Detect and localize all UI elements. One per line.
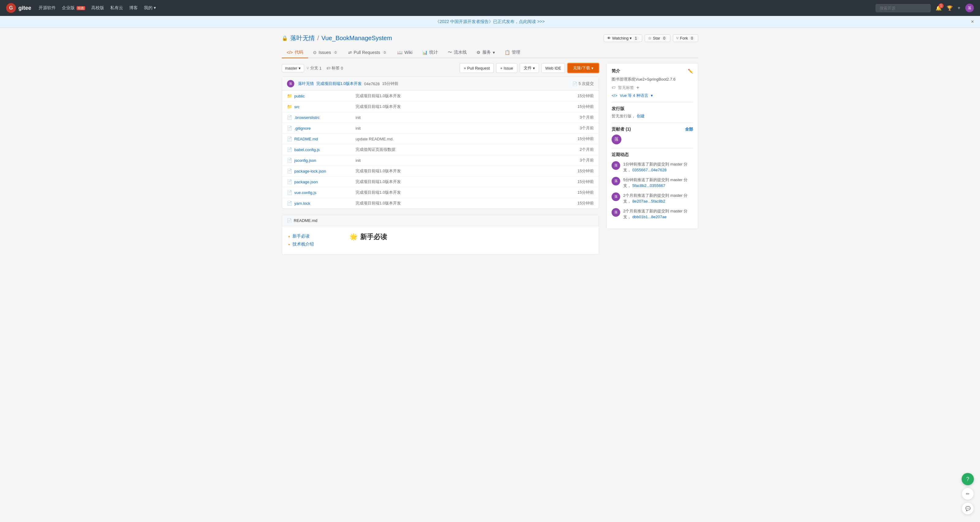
file-time: 15分钟前 [563,179,594,185]
add-tag-button[interactable]: + [636,85,639,90]
repo-owner[interactable]: 落叶无情 [290,34,315,42]
tab-pipeline[interactable]: 〜 流水线 [443,47,472,58]
file-commit-msg: 完成项目前端1.0版本开发 [356,168,563,174]
branch-count-info: ⑂ 分支 1 [307,65,321,71]
file-name[interactable]: public [294,94,356,98]
table-row: 📁 src 完成项目前端1.0版本开发 15分钟前 [282,101,599,112]
create-release-link[interactable]: 创建 [637,114,645,118]
star-count: 0 [662,36,667,40]
readme-section: 📄 README.md 新手必读 技术栈介绍 🌟 [282,215,599,255]
content-layout: master ▾ ⑂ 分支 1 🏷 标签 0 + Pu [282,63,698,255]
readme-file-icon: 📄 [287,218,292,223]
search-input[interactable] [875,4,931,12]
banner-text[interactable]: 《2022 中国开源开发者报告》已正式发布，点此阅读 >>> [435,19,544,24]
activity-link[interactable]: 5fac8b2...0355667 [632,183,665,188]
clone-download-button[interactable]: 克隆/下载 ▾ [568,63,599,73]
fork-label: Fork [680,36,688,40]
file-name[interactable]: yarn.lock [294,201,356,206]
tab-manage[interactable]: 📋 管理 [500,47,525,58]
table-row: 📄 package-lock.json 完成项目前端1.0版本开发 15分钟前 [282,166,599,177]
repo-actions: 👁 Watching ▾ 1 ☆ Star 0 ⑂ Fork 0 [604,34,698,42]
tab-code[interactable]: </> 代码 [282,47,308,58]
add-plus-icon[interactable]: + [958,5,960,11]
web-ide-button[interactable]: Web IDE [541,63,565,73]
sidebar-divider-2 [612,123,693,123]
file-name[interactable]: vue.config.js [294,190,356,195]
tab-stats[interactable]: 📊 统计 [417,47,443,58]
commit-count-icon: 📄 [573,81,577,86]
site-logo[interactable]: G gitee [6,3,31,13]
file-commit-msg: 完成项目前端1.0版本开发 [356,93,563,99]
commit-count[interactable]: 📄 5 次提交 [573,81,594,86]
branch-selector[interactable]: master ▾ [282,64,304,72]
banner-close-button[interactable]: × [971,19,974,24]
tab-pullrequests[interactable]: ⇄ Pull Requests 0 [343,47,393,58]
repo-separator: / [317,35,319,42]
announcement-banner: 《2022 中国开源开发者报告》已正式发布，点此阅读 >>> × [0,16,980,28]
commit-info: 落叶无情 完成项目前端1.0版本开发 04e7628 15分钟前 [298,81,569,86]
user-avatar[interactable]: 落 [965,4,974,12]
nav-university[interactable]: 高校版 [91,5,104,11]
nav-mine[interactable]: 我的 ▾ [144,5,156,11]
sidebar-divider-3 [612,148,693,148]
tab-wiki[interactable]: 📖 Wiki [392,47,417,58]
table-row: 📄 jsconfig.json init 3个月前 [282,155,599,166]
tab-services[interactable]: ⚙ 服务 ▾ [472,47,500,58]
issue-button[interactable]: + Issue [496,63,517,73]
contributor-avatar[interactable]: 落 [612,134,621,144]
nav-opensource[interactable]: 开源软件 [38,5,56,11]
lang-code-icon: </> [612,93,617,98]
tab-issues[interactable]: ⊙ Issues 0 [308,47,343,58]
file-time: 3个月前 [563,115,594,120]
list-item[interactable]: 新手必读 [288,232,337,240]
readme-content: 新手必读 技术栈介绍 🌟 新手必读 [282,226,599,254]
star-button[interactable]: ☆ Star 0 [645,34,671,42]
list-item[interactable]: 技术栈介绍 [288,240,337,248]
file-name[interactable]: .gitignore [294,126,356,131]
folder-icon: 📁 [287,94,292,98]
edit-intro-icon[interactable]: ✏️ [688,69,693,73]
notification-bell[interactable]: 🔔 1 [935,5,942,11]
file-name[interactable]: package-lock.json [294,169,356,174]
notification-count: 1 [939,3,943,8]
file-name[interactable]: README.md [294,137,356,141]
file-table: 落 落叶无情 完成项目前端1.0版本开发 04e7628 15分钟前 📄 5 次… [282,77,599,209]
file-commit-msg: 完成项目前端1.0版本开发 [356,179,563,185]
nav-enterprise[interactable]: 企业版 特惠 [62,5,85,11]
commit-hash[interactable]: 04e7628 [364,81,380,86]
file-button[interactable]: 文件 ▾ [520,63,539,73]
activity-link[interactable]: 8e207ae...5fac8b2 [632,199,665,204]
trophy-icon[interactable]: 🏆 [947,5,953,11]
fork-button[interactable]: ⑂ Fork 0 [673,34,698,42]
activity-text: 5分钟前推送了新的提交到 master 分支， 5fac8b2...035566… [623,177,693,189]
file-name[interactable]: babel.config.js [294,147,356,152]
file-name[interactable]: src [294,105,356,109]
file-name[interactable]: jsconfig.json [294,158,356,163]
commit-username[interactable]: 落叶无情 [298,81,314,86]
contrib-title-text: 贡献者 (1) [612,126,631,132]
release-empty-text: 暂无发行版， 创建 [612,113,693,119]
file-toolbar: master ▾ ⑂ 分支 1 🏷 标签 0 + Pu [282,63,599,73]
file-icon: 📄 [287,136,292,141]
contributors-section: 贡献者 (1) 全部 落 [612,126,693,144]
table-row: 📄 yarn.lock 完成项目前端1.0版本开发 15分钟前 [282,198,599,208]
repo-name[interactable]: Vue_BookManageSystem [321,35,392,42]
nav-blog[interactable]: 博客 [129,5,138,11]
watch-button[interactable]: 👁 Watching ▾ 1 [604,34,642,42]
commit-message[interactable]: 完成项目前端1.0版本开发 [317,81,362,86]
contrib-all-link[interactable]: 全部 [685,126,693,132]
file-name[interactable]: .browserslistrc [294,115,356,120]
file-name[interactable]: package.json [294,180,356,184]
file-time: 15分钟前 [563,93,594,99]
commit-time: 15分钟前 [382,81,398,86]
activity-link[interactable]: dbb01b1...8e207ae [632,215,667,219]
language-row[interactable]: </> Vue 等 4 种语言 ▾ [612,93,693,98]
activity-avatar: 落 [612,193,620,201]
pull-request-button[interactable]: + Pull Request [460,63,494,73]
activity-link[interactable]: 0355667...04e7628 [632,168,667,172]
sidebar-intro-box: 简介 ✏️ 图书管理系统Vue2+SpringBoot2.7.6 🏷 暂无标签 … [606,63,698,229]
file-icon: 📄 [287,115,292,120]
file-commit-msg: 完成项目前端1.0版本开发 [356,190,563,195]
nav-private-cloud[interactable]: 私有云 [110,5,123,11]
readme-list: 新手必读 技术栈介绍 [288,232,337,248]
